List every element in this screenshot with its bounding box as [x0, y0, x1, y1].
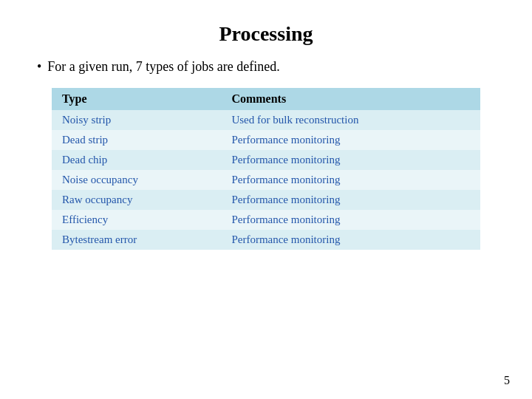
subtitle-text: For a given run, 7 types of jobs are def… [47, 59, 279, 75]
table-row: Bytestream errorPerformance monitoring [52, 230, 480, 250]
col-header-comments: Comments [221, 88, 480, 110]
table-body: Noisy stripUsed for bulk reconstructionD… [52, 110, 480, 250]
table-row: EfficiencyPerformance monitoring [52, 210, 480, 230]
cell-type: Dead strip [52, 130, 221, 150]
table-row: Dead chipPerformance monitoring [52, 150, 480, 170]
cell-type: Efficiency [52, 210, 221, 230]
page-title: Processing [37, 22, 495, 46]
col-header-type: Type [52, 88, 221, 110]
cell-comment: Performance monitoring [221, 130, 480, 150]
table-row: Dead stripPerformance monitoring [52, 130, 480, 150]
subtitle: • For a given run, 7 types of jobs are d… [37, 59, 280, 75]
cell-type: Bytestream error [52, 230, 221, 250]
cell-comment: Performance monitoring [221, 170, 480, 190]
cell-comment: Performance monitoring [221, 230, 480, 250]
cell-type: Raw occupancy [52, 190, 221, 210]
cell-type: Dead chip [52, 150, 221, 170]
cell-type: Noisy strip [52, 110, 221, 130]
table-row: Raw occupancyPerformance monitoring [52, 190, 480, 210]
page-number: 5 [504, 374, 510, 387]
bullet-point: • [37, 59, 41, 75]
cell-type: Noise occupancy [52, 170, 221, 190]
table-row: Noise occupancyPerformance monitoring [52, 170, 480, 190]
page-container: Processing • For a given run, 7 types of… [0, 0, 532, 399]
jobs-table: Type Comments Noisy stripUsed for bulk r… [52, 88, 480, 250]
table-row: Noisy stripUsed for bulk reconstruction [52, 110, 480, 130]
cell-comment: Performance monitoring [221, 190, 480, 210]
cell-comment: Performance monitoring [221, 210, 480, 230]
table-header: Type Comments [52, 88, 480, 110]
cell-comment: Used for bulk reconstruction [221, 110, 480, 130]
cell-comment: Performance monitoring [221, 150, 480, 170]
